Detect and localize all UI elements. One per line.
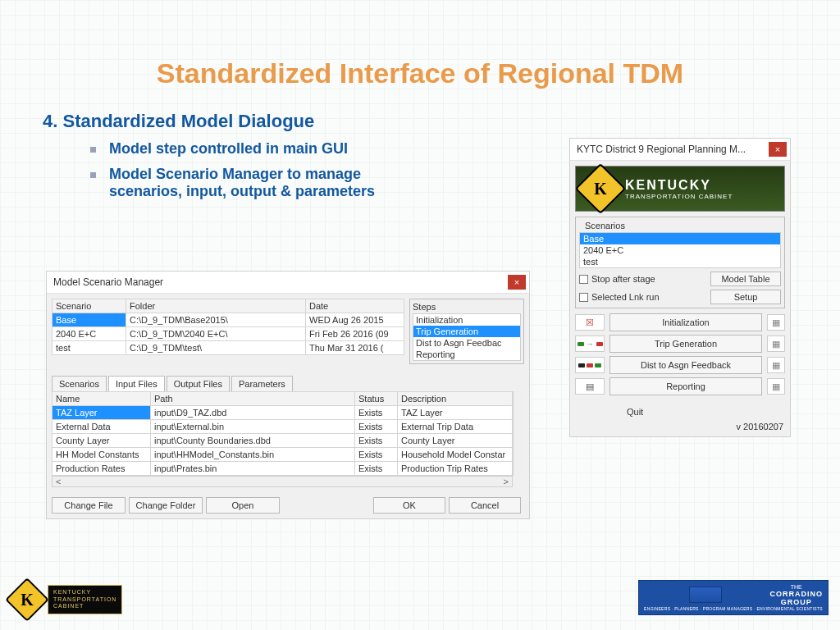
- slide-title: Standardized Interface of Regional TDM: [0, 57, 840, 89]
- selected-lnk-run-checkbox[interactable]: [579, 293, 588, 302]
- scroll-right-icon[interactable]: >: [500, 477, 512, 486]
- kytc-sign-icon: [5, 578, 49, 622]
- post-icon[interactable]: ▦: [767, 378, 785, 395]
- titlebar: Model Scenario Manager ×: [47, 272, 529, 294]
- section-heading: 4. Standardized Model Dialogue: [43, 111, 840, 132]
- bullet-text: Model Scenario Manager to manage scenari…: [109, 166, 437, 200]
- list-item[interactable]: test: [580, 256, 780, 267]
- window-title: Model Scenario Manager: [53, 276, 163, 288]
- tab-parameters[interactable]: Parameters: [231, 376, 293, 391]
- list-item[interactable]: Trip Generation: [413, 326, 520, 337]
- post-icon[interactable]: ▦: [767, 357, 785, 373]
- bullet-icon: [90, 172, 96, 178]
- input-files-table[interactable]: Name Path Status Description TAZ Layerin…: [52, 391, 513, 476]
- list-item[interactable]: Dist to Asgn Feedbac: [413, 337, 520, 349]
- reporting-icon: ▤: [575, 378, 605, 395]
- stop-after-stage-checkbox[interactable]: [579, 275, 588, 284]
- globe-icon: [689, 587, 722, 603]
- col-name: Name: [52, 392, 151, 406]
- initialization-button[interactable]: Initialization: [609, 313, 762, 331]
- col-path: Path: [151, 392, 355, 406]
- close-button[interactable]: ×: [769, 142, 787, 157]
- banner-line1: KENTUCKY: [625, 178, 733, 193]
- steps-list[interactable]: Initialization Trip Generation Dist to A…: [413, 313, 521, 361]
- list-item[interactable]: Reporting: [413, 349, 520, 360]
- horizontal-scrollbar[interactable]: < >: [52, 476, 513, 487]
- model-scenario-manager-window: Model Scenario Manager × Scenario Folder…: [46, 271, 530, 519]
- banner: KENTUCKY TRANSPORTATION CABINET: [575, 166, 785, 212]
- col-status: Status: [355, 392, 398, 406]
- version-label: v 20160207: [570, 420, 790, 436]
- dist-asgn-feedback-icon: [575, 357, 605, 373]
- scenarios-legend: Scenarios: [582, 221, 628, 231]
- ok-button[interactable]: OK: [373, 497, 445, 514]
- vertical-scrollbar[interactable]: [513, 391, 524, 476]
- district9-window: KYTC District 9 Regional Planning M... ×…: [569, 138, 791, 437]
- bullet-icon: [90, 147, 96, 153]
- quit-button[interactable]: Quit: [627, 407, 733, 417]
- titlebar: KYTC District 9 Regional Planning M... ×: [570, 139, 790, 161]
- scenario-list[interactable]: Base 2040 E+C test: [579, 232, 781, 268]
- bullet-text: Model step controlled in main GUI: [109, 140, 348, 158]
- table-row[interactable]: HH Model Constantsinput\HHModel_Constant…: [52, 448, 513, 462]
- open-button[interactable]: Open: [206, 497, 280, 514]
- reporting-button[interactable]: Reporting: [609, 377, 762, 395]
- kytc-plate: KENTUCKY TRANSPORTATION CABINET: [48, 585, 122, 614]
- change-folder-button[interactable]: Change Folder: [129, 497, 203, 514]
- table-row[interactable]: TAZ Layerinput\D9_TAZ.dbdExistsTAZ Layer: [52, 406, 513, 420]
- table-row[interactable]: testC:\D_9_TDM\test\Thu Mar 31 2016 (: [52, 341, 404, 355]
- list-item[interactable]: 2040 E+C: [580, 244, 780, 256]
- trip-generation-icon: →: [575, 336, 605, 352]
- cancel-button[interactable]: Cancel: [449, 497, 521, 514]
- table-header: Scenario Folder Date: [52, 299, 404, 313]
- dist-asgn-feedback-button[interactable]: Dist to Asgn Feedback: [609, 356, 762, 374]
- trip-generation-button[interactable]: Trip Generation: [609, 335, 762, 353]
- steps-label: Steps: [413, 302, 521, 312]
- col-date: Date: [306, 299, 404, 313]
- scenarios-fieldset: Scenarios Base 2040 E+C test Stop after …: [575, 217, 785, 308]
- table-header: Name Path Status Description: [52, 392, 513, 406]
- selected-lnk-run-label: Selected Lnk run: [591, 292, 707, 302]
- banner-line2: TRANSPORTATION CABINET: [625, 193, 733, 200]
- col-scenario: Scenario: [52, 299, 126, 313]
- post-icon[interactable]: ▦: [767, 336, 785, 352]
- table-row[interactable]: 2040 E+CC:\D_9_TDM\2040 E+C\Fri Feb 26 2…: [52, 327, 404, 341]
- footer-kytc-logo: KENTUCKY TRANSPORTATION CABINET: [11, 584, 122, 615]
- table-row[interactable]: Production Ratesinput\Prates.binExistsPr…: [52, 462, 513, 476]
- list-item[interactable]: Initialization: [413, 314, 520, 326]
- footer-corradino-logo: THE CORRADINO GROUP ENGINEERS · PLANNERS…: [638, 580, 829, 615]
- button-row: Change File Change Folder Open OK Cancel: [47, 492, 529, 518]
- change-file-button[interactable]: Change File: [52, 497, 126, 514]
- col-folder: Folder: [126, 299, 306, 313]
- col-description: Description: [398, 392, 513, 406]
- model-table-button[interactable]: Model Table: [710, 272, 781, 286]
- tabs: Scenarios Input Files Output Files Param…: [52, 376, 524, 391]
- steps-panel: Steps Initialization Trip Generation Dis…: [409, 299, 524, 364]
- close-button[interactable]: ×: [508, 275, 526, 290]
- tab-input-files[interactable]: Input Files: [108, 376, 165, 391]
- list-item[interactable]: Base: [580, 233, 780, 244]
- tab-output-files[interactable]: Output Files: [167, 376, 230, 391]
- initialization-icon: ☒: [575, 314, 605, 331]
- scenario-table[interactable]: Scenario Folder Date BaseC:\D_9_TDM\Base…: [52, 299, 404, 355]
- scroll-left-icon[interactable]: <: [52, 477, 64, 486]
- kytc-sign-icon: [575, 163, 626, 214]
- table-row[interactable]: County Layerinput\County Boundaries.dbdE…: [52, 434, 513, 448]
- table-row[interactable]: External Datainput\External.binExistsExt…: [52, 420, 513, 434]
- window-title: KYTC District 9 Regional Planning M...: [577, 144, 746, 155]
- post-icon[interactable]: ▦: [767, 314, 785, 331]
- setup-button[interactable]: Setup: [710, 290, 781, 304]
- stop-after-stage-label: Stop after stage: [591, 274, 707, 284]
- tab-scenarios[interactable]: Scenarios: [52, 376, 107, 391]
- table-row[interactable]: BaseC:\D_9_TDM\Base2015\WED Aug 26 2015: [52, 313, 404, 327]
